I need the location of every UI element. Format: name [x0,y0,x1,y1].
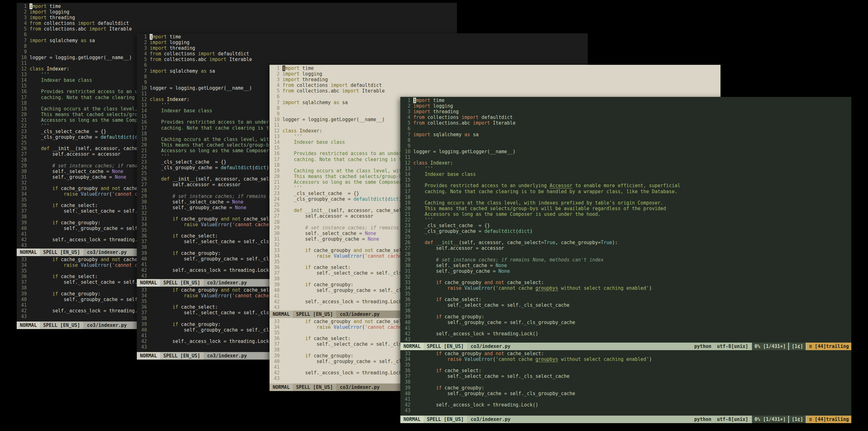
line-number: 16 [271,151,282,156]
line-number: 40 [138,256,150,262]
line-number: 41 [18,302,30,308]
line-number: 17 [271,157,282,162]
code-line: 33 if cache_groupby and not cache_select… [402,280,851,285]
code-line: 6 [402,126,851,131]
line-number: 27 [18,151,30,157]
line-number: 31 [18,174,30,180]
code-line: 22 ''' [402,217,851,223]
statusline-filename: co3/indexer.py [83,321,130,329]
line-number: 15 [402,177,413,183]
line-number: 4 [18,21,30,26]
filetype-indicator: python [691,415,714,423]
editor-pane-top[interactable]: 1 import time 2 import logging 3 import … [400,97,851,343]
line-number: 37 [138,310,150,315]
code-line: 7 import sqlalchemy as sa [402,132,851,137]
scroll-position-indicator: 0% [1/431+] [752,415,788,423]
line-number: 33 [402,351,413,357]
line-number: 4 [402,115,413,120]
line-number: 40 [271,287,282,293]
line-number: 22 [271,185,282,191]
line-number: 42 [402,331,413,337]
code-line: 3 import threading [138,45,588,51]
line-number: 38 [402,308,413,314]
code-line: 1 import time [18,3,457,9]
line-number: 18 [18,100,30,106]
line-number: 36 [138,304,150,310]
line-number: 39 [138,250,150,256]
line-number: 40 [18,297,30,302]
statusline-filename: co3/indexer.py [467,343,514,350]
line-number: 27 [402,245,413,251]
line-number: 4 [271,83,282,88]
mode-indicator: NORMAL [270,310,293,318]
line-number: 11 [138,91,150,97]
line-number: 36 [271,265,282,270]
code-line: 15 [402,177,851,183]
statusline-filename: co3/indexer.py [467,415,514,423]
line-number: 32 [138,211,150,216]
line-number: 11 [18,60,30,66]
line-number: 42 [18,237,30,243]
line-number: 39 [402,314,413,320]
line-number: 38 [138,315,150,321]
code-line: 2 import logging [271,71,720,77]
line-number: 14 [138,108,150,114]
line-number: 5 [402,120,413,126]
line-number: 7 [271,100,282,105]
line-number: 14 [402,172,413,177]
code-line: 14 Indexer base class [402,172,851,177]
line-number: 21 [18,117,30,123]
line-number: 22 [138,154,150,159]
vim-window-4[interactable]: 1 import time 2 import logging 3 import … [400,97,851,423]
line-number: 6 [18,32,30,37]
line-number: 38 [18,285,30,291]
line-number: 35 [138,227,150,233]
line-number: 7 [138,68,150,74]
line-number: 2 [18,9,30,15]
encoding-indicator: utf-8[unix] [714,343,751,350]
line-number: 13 [271,134,282,140]
line-number: 41 [138,262,150,268]
line-number: 20 [138,142,150,148]
line-number: 19 [18,106,30,112]
line-number: 25 [271,202,282,208]
code-line: 1 import time [271,65,720,71]
line-number: 41 [402,396,413,402]
line-number: 33 [138,216,150,222]
line-number: 41 [18,231,30,237]
code-line: 43 [402,408,851,413]
statusline-right: python utf-8[unix] 0% [1/431+] [1¢] ≡ [4… [691,415,851,423]
line-number: 3 [271,77,282,83]
cursor: i [30,3,32,9]
line-number: 37 [402,373,413,379]
code-line: 16 Provides restricted access to an unde… [402,183,851,188]
line-number: 24 [18,134,30,140]
line-number: 18 [138,131,150,136]
line-number: 13 [402,166,413,172]
line-number: 42 [138,268,150,273]
code-line: 36 if cache_select: [402,368,851,373]
line-number: 6 [402,126,413,131]
line-number: 41 [271,364,282,370]
code-line: 2 import logging [138,40,588,45]
line-number: 25 [402,234,413,240]
line-number: 23 [18,129,30,134]
line-number: 8 [402,137,413,143]
spell-indicator: SPELL [EN_US] [424,415,467,423]
line-number: 32 [402,274,413,280]
line-number: 5 [271,88,282,94]
line-number: 43 [138,344,150,350]
line-number: 36 [271,336,282,341]
code-line: 1 import time [402,97,851,103]
line-number: 38 [402,379,413,385]
line-number: 8 [138,74,150,80]
line-number: 42 [271,370,282,376]
line-number: 40 [271,359,282,364]
editor-pane-bottom[interactable]: 33 if cache_groupby and not cache_select… [400,350,851,415]
line-number: 3 [18,15,30,21]
line-number: 35 [271,330,282,336]
line-number: 37 [271,341,282,347]
line-number: 2 [271,71,282,77]
line-number: 30 [138,199,150,205]
line-number: 33 [18,257,30,263]
